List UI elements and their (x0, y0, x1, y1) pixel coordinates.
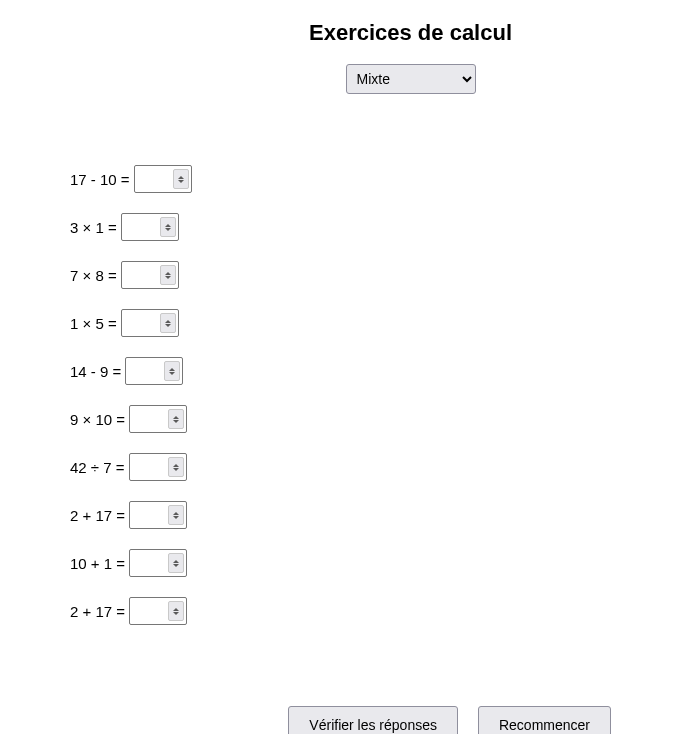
answer-input[interactable] (129, 501, 187, 529)
answer-input[interactable] (129, 597, 187, 625)
answer-input[interactable] (121, 261, 179, 289)
restart-button[interactable]: Recommencer (478, 706, 611, 734)
exercise-row: 1 × 5 = (70, 308, 611, 338)
answer-input[interactable] (129, 453, 187, 481)
stepper-icon[interactable] (168, 601, 184, 621)
answer-input[interactable] (125, 357, 183, 385)
verify-button[interactable]: Vérifier les réponses (288, 706, 458, 734)
exercise-row: 7 × 8 = (70, 260, 611, 290)
answer-input[interactable] (121, 213, 179, 241)
expression-label: 7 × 8 = (70, 267, 121, 284)
button-row: Vérifier les réponses Recommencer (70, 706, 611, 734)
exercise-row: 2 + 17 = (70, 596, 611, 626)
answer-input[interactable] (121, 309, 179, 337)
exercise-row: 2 + 17 = (70, 500, 611, 530)
expression-label: 17 - 10 = (70, 171, 134, 188)
expression-label: 1 × 5 = (70, 315, 121, 332)
page-title: Exercices de calcul (70, 20, 611, 46)
stepper-icon[interactable] (168, 505, 184, 525)
expression-label: 10 + 1 = (70, 555, 129, 572)
expression-label: 2 + 17 = (70, 507, 129, 524)
stepper-icon[interactable] (160, 265, 176, 285)
exercise-row: 9 × 10 = (70, 404, 611, 434)
exercises-list: 17 - 10 = 3 × 1 = 7 × 8 = 1 × 5 = 14 - 9 (70, 164, 611, 626)
stepper-icon[interactable] (164, 361, 180, 381)
exercise-row: 42 ÷ 7 = (70, 452, 611, 482)
exercise-row: 14 - 9 = (70, 356, 611, 386)
stepper-icon[interactable] (168, 553, 184, 573)
expression-label: 9 × 10 = (70, 411, 129, 428)
mode-select[interactable]: Mixte (346, 64, 476, 94)
expression-label: 14 - 9 = (70, 363, 125, 380)
header: Exercices de calcul Mixte (70, 20, 611, 94)
exercise-row: 3 × 1 = (70, 212, 611, 242)
answer-input[interactable] (134, 165, 192, 193)
answer-input[interactable] (129, 549, 187, 577)
expression-label: 3 × 1 = (70, 219, 121, 236)
stepper-icon[interactable] (173, 169, 189, 189)
exercise-row: 17 - 10 = (70, 164, 611, 194)
stepper-icon[interactable] (160, 217, 176, 237)
exercise-row: 10 + 1 = (70, 548, 611, 578)
stepper-icon[interactable] (168, 409, 184, 429)
expression-label: 2 + 17 = (70, 603, 129, 620)
expression-label: 42 ÷ 7 = (70, 459, 129, 476)
answer-input[interactable] (129, 405, 187, 433)
stepper-icon[interactable] (160, 313, 176, 333)
stepper-icon[interactable] (168, 457, 184, 477)
